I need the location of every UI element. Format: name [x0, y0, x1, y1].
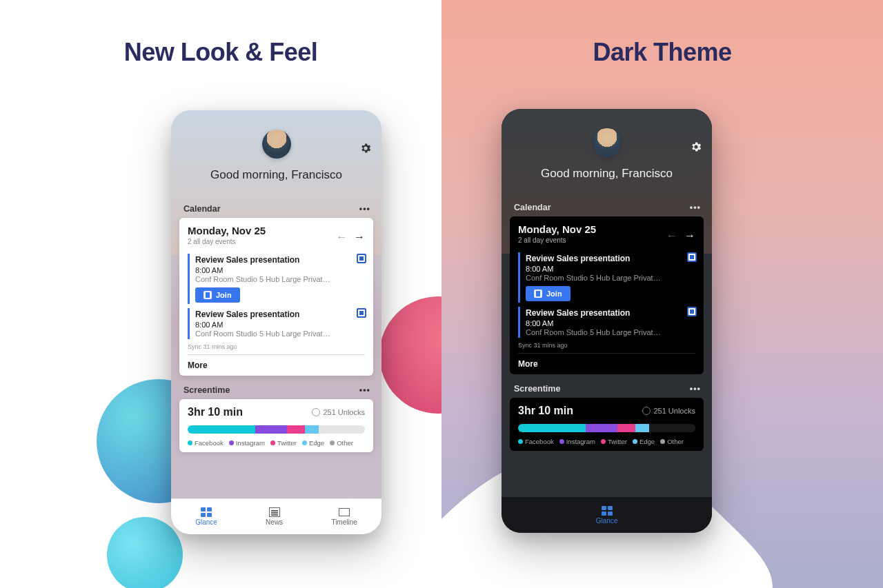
- screentime-overflow-button[interactable]: •••: [690, 384, 701, 394]
- calendar-card: Monday, Nov 25 2 all day events ← → Revi…: [179, 218, 373, 376]
- greeting: Good morning, Francisco: [541, 167, 673, 181]
- legend-item: Edge: [633, 438, 655, 445]
- nav-label: Timeline: [331, 518, 357, 526]
- event-time: 8:00 AM: [195, 266, 365, 274]
- calendar-event[interactable]: Review Sales presentation 8:00 AM Conf R…: [188, 308, 365, 339]
- teams-icon: [534, 290, 542, 298]
- legend-label: Edge: [639, 438, 655, 445]
- calendar-prev-button[interactable]: ←: [336, 231, 347, 243]
- screentime-legend: FacebookInstagramTwitterEdgeOther: [518, 438, 695, 445]
- nav-label: Glance: [596, 517, 618, 525]
- event-location: Conf Room Studio 5 Hub Large Privat…: [526, 274, 677, 282]
- avatar[interactable]: [593, 128, 622, 157]
- teams-icon: [204, 291, 212, 299]
- calendar-more-button[interactable]: More: [188, 354, 365, 370]
- event-title: Review Sales presentation: [195, 310, 365, 319]
- calendar-event[interactable]: Review Sales presentation 8:00 AM Conf R…: [518, 252, 695, 303]
- event-time: 8:00 AM: [195, 321, 365, 329]
- outlook-icon: [357, 254, 366, 263]
- nav-timeline[interactable]: Timeline: [331, 507, 357, 526]
- nav-glance[interactable]: Glance: [195, 507, 217, 526]
- legend-item: Twitter: [270, 439, 297, 447]
- avatar[interactable]: [262, 130, 291, 159]
- screentime-segment: [586, 424, 617, 432]
- calendar-next-button[interactable]: →: [684, 230, 695, 242]
- legend-dot-icon: [270, 440, 275, 445]
- legend-dot-icon: [660, 439, 665, 444]
- calendar-overflow-button[interactable]: •••: [359, 204, 370, 214]
- nav-news[interactable]: News: [266, 507, 283, 526]
- decorative-blob: [107, 517, 183, 588]
- screentime-segment: [635, 424, 650, 432]
- legend-label: Twitter: [277, 439, 297, 447]
- outlook-icon: [357, 308, 366, 318]
- bottom-nav: Glance: [502, 497, 712, 533]
- event-title: Review Sales presentation: [526, 308, 695, 318]
- legend-label: Facebook: [525, 438, 554, 445]
- join-button[interactable]: Join: [526, 286, 571, 301]
- screentime-card: 3hr 10 min 251 Unlocks FacebookInstagram…: [179, 399, 373, 452]
- screentime-overflow-button[interactable]: •••: [359, 385, 370, 395]
- legend-dot-icon: [302, 440, 307, 445]
- event-location: Conf Room Studio 5 Hub Large Privat…: [195, 275, 347, 283]
- screentime-bar: [188, 425, 365, 434]
- legend-label: Other: [667, 438, 684, 445]
- calendar-card: Monday, Nov 25 2 all day events ← → Revi…: [510, 216, 704, 374]
- unlocks-label: 251 Unlocks: [323, 408, 365, 416]
- screentime-card: 3hr 10 min 251 Unlocks FacebookInstagram…: [510, 398, 704, 451]
- settings-button[interactable]: [690, 141, 702, 153]
- legend-label: Edge: [309, 439, 324, 447]
- screentime-segment: [255, 425, 287, 434]
- calendar-section-title: Calendar: [514, 203, 551, 212]
- legend-item: Edge: [302, 439, 324, 447]
- glance-icon: [201, 507, 212, 517]
- join-label: Join: [546, 290, 562, 298]
- calendar-allday: 2 all day events: [518, 236, 596, 244]
- calendar-allday: 2 all day events: [188, 238, 266, 245]
- screentime-segment: [617, 424, 635, 432]
- glance-icon: [602, 506, 613, 516]
- headline-left: New Look & Feel: [0, 38, 442, 67]
- screentime-total: 3hr 10 min: [188, 406, 243, 418]
- calendar-event[interactable]: Review Sales presentation 8:00 AM Conf R…: [188, 254, 365, 304]
- screentime-bar: [518, 424, 695, 432]
- calendar-date: Monday, Nov 25: [518, 223, 596, 235]
- phone-dark: 12:30 Good morning, Francisco Calendar •…: [502, 109, 712, 533]
- legend-label: Other: [337, 439, 353, 447]
- legend-item: Facebook: [188, 439, 224, 447]
- screentime-segment: [188, 425, 255, 434]
- calendar-prev-button[interactable]: ←: [666, 230, 677, 242]
- nav-label: News: [266, 518, 283, 526]
- settings-button[interactable]: [359, 142, 372, 154]
- calendar-more-button[interactable]: More: [518, 353, 695, 369]
- legend-dot-icon: [229, 440, 234, 445]
- legend-item: Other: [660, 438, 684, 445]
- sync-status: Sync 31 mins ago: [518, 342, 695, 349]
- screentime-segment: [287, 425, 305, 434]
- legend-item: Other: [330, 439, 353, 447]
- nav-glance[interactable]: Glance: [596, 506, 618, 525]
- event-time: 8:00 AM: [526, 319, 695, 327]
- news-icon: [269, 507, 280, 517]
- legend-item: Instagram: [559, 438, 595, 445]
- calendar-overflow-button[interactable]: •••: [690, 203, 701, 212]
- headline-right: Dark Theme: [442, 38, 883, 67]
- legend-dot-icon: [633, 439, 637, 444]
- screentime-total: 3hr 10 min: [518, 405, 573, 417]
- calendar-event[interactable]: Review Sales presentation 8:00 AM Conf R…: [518, 307, 695, 338]
- bottom-nav: Glance News Timeline: [171, 498, 381, 534]
- legend-label: Instagram: [236, 439, 265, 447]
- legend-dot-icon: [518, 439, 523, 444]
- legend-label: Instagram: [566, 438, 595, 445]
- legend-dot-icon: [188, 440, 192, 445]
- timeline-icon: [339, 507, 350, 517]
- calendar-next-button[interactable]: →: [354, 231, 365, 243]
- sync-status: Sync 31 mins ago: [188, 343, 365, 350]
- join-button[interactable]: Join: [195, 287, 240, 303]
- legend-label: Facebook: [195, 439, 224, 447]
- legend-item: Twitter: [601, 438, 627, 445]
- screentime-unlocks: 251 Unlocks: [642, 407, 695, 415]
- event-title: Review Sales presentation: [195, 255, 365, 265]
- join-label: Join: [216, 291, 232, 299]
- fingerprint-icon: [312, 408, 320, 416]
